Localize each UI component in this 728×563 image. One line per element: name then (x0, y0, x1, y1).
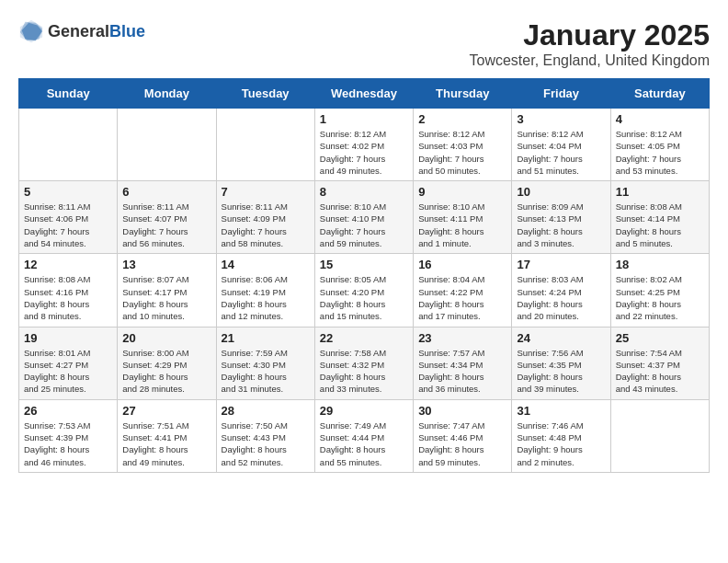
logo-icon (18, 18, 44, 44)
week-row-5: 26Sunrise: 7:53 AM Sunset: 4:39 PM Dayli… (19, 399, 710, 472)
day-info: Sunrise: 8:01 AM Sunset: 4:27 PM Dayligh… (24, 347, 112, 396)
date-number: 20 (122, 331, 210, 345)
day-info: Sunrise: 8:09 AM Sunset: 4:13 PM Dayligh… (517, 201, 605, 249)
calendar-cell: 16Sunrise: 8:04 AM Sunset: 4:22 PM Dayli… (414, 254, 512, 327)
day-info: Sunrise: 7:53 AM Sunset: 4:39 PM Dayligh… (24, 419, 112, 468)
day-info: Sunrise: 8:10 AM Sunset: 4:11 PM Dayligh… (418, 201, 506, 249)
day-info: Sunrise: 8:00 AM Sunset: 4:29 PM Dayligh… (122, 347, 210, 396)
date-number: 24 (517, 331, 605, 345)
calendar-cell: 27Sunrise: 7:51 AM Sunset: 4:41 PM Dayli… (118, 399, 216, 472)
calendar-cell: 23Sunrise: 7:57 AM Sunset: 4:34 PM Dayli… (414, 327, 512, 399)
date-number: 12 (24, 258, 112, 271)
calendar-cell: 12Sunrise: 8:08 AM Sunset: 4:16 PM Dayli… (19, 254, 118, 327)
day-info: Sunrise: 8:12 AM Sunset: 4:03 PM Dayligh… (418, 128, 506, 177)
week-row-2: 5Sunrise: 8:11 AM Sunset: 4:06 PM Daylig… (19, 181, 710, 254)
calendar-cell (216, 109, 314, 181)
day-info: Sunrise: 7:50 AM Sunset: 4:43 PM Dayligh… (222, 419, 310, 468)
logo: GeneralBlue (18, 18, 145, 44)
title-area: January 2025 Towcester, England, United … (470, 18, 710, 69)
date-number: 10 (517, 185, 605, 199)
day-info: Sunrise: 8:02 AM Sunset: 4:25 PM Dayligh… (616, 273, 704, 322)
calendar-cell: 10Sunrise: 8:09 AM Sunset: 4:13 PM Dayli… (512, 181, 610, 254)
date-number: 30 (418, 404, 506, 418)
calendar-cell: 26Sunrise: 7:53 AM Sunset: 4:39 PM Dayli… (19, 399, 118, 472)
calendar-cell: 8Sunrise: 8:10 AM Sunset: 4:10 PM Daylig… (314, 181, 413, 254)
day-info: Sunrise: 7:57 AM Sunset: 4:34 PM Dayligh… (418, 347, 506, 396)
calendar-cell: 18Sunrise: 8:02 AM Sunset: 4:25 PM Dayli… (610, 254, 709, 327)
day-info: Sunrise: 8:12 AM Sunset: 4:04 PM Dayligh… (517, 128, 605, 177)
date-number: 5 (24, 185, 112, 199)
date-number: 22 (320, 331, 408, 345)
calendar-table: SundayMondayTuesdayWednesdayThursdayFrid… (18, 78, 710, 473)
date-number: 7 (222, 185, 310, 199)
calendar-cell: 11Sunrise: 8:08 AM Sunset: 4:14 PM Dayli… (610, 181, 709, 254)
date-number: 29 (320, 404, 408, 418)
calendar-cell: 17Sunrise: 8:03 AM Sunset: 4:24 PM Dayli… (512, 254, 610, 327)
day-info: Sunrise: 8:03 AM Sunset: 4:24 PM Dayligh… (517, 273, 605, 322)
calendar-cell: 15Sunrise: 8:05 AM Sunset: 4:20 PM Dayli… (314, 254, 413, 327)
calendar-cell: 9Sunrise: 8:10 AM Sunset: 4:11 PM Daylig… (414, 181, 512, 254)
calendar-cell: 31Sunrise: 7:46 AM Sunset: 4:48 PM Dayli… (512, 399, 610, 472)
day-header-friday: Friday (512, 79, 610, 109)
date-number: 2 (418, 112, 506, 126)
logo-text: GeneralBlue (48, 22, 145, 41)
day-info: Sunrise: 8:08 AM Sunset: 4:16 PM Dayligh… (24, 273, 112, 322)
day-info: Sunrise: 8:12 AM Sunset: 4:05 PM Dayligh… (616, 128, 704, 177)
day-info: Sunrise: 8:11 AM Sunset: 4:09 PM Dayligh… (222, 201, 310, 249)
day-info: Sunrise: 8:07 AM Sunset: 4:17 PM Dayligh… (122, 273, 210, 322)
date-number: 3 (517, 112, 605, 126)
calendar-cell: 6Sunrise: 8:11 AM Sunset: 4:07 PM Daylig… (118, 181, 216, 254)
calendar-cell: 25Sunrise: 7:54 AM Sunset: 4:37 PM Dayli… (610, 327, 709, 399)
calendar-cell (610, 399, 709, 472)
day-header-sunday: Sunday (19, 79, 118, 109)
calendar-cell: 13Sunrise: 8:07 AM Sunset: 4:17 PM Dayli… (118, 254, 216, 327)
date-number: 19 (24, 331, 112, 345)
date-number: 13 (122, 258, 210, 271)
day-info: Sunrise: 7:54 AM Sunset: 4:37 PM Dayligh… (616, 347, 704, 396)
date-number: 16 (418, 258, 506, 271)
date-number: 8 (320, 185, 408, 199)
date-number: 26 (24, 404, 112, 418)
day-info: Sunrise: 8:08 AM Sunset: 4:14 PM Dayligh… (616, 201, 704, 249)
date-number: 31 (517, 404, 605, 418)
calendar-cell: 2Sunrise: 8:12 AM Sunset: 4:03 PM Daylig… (414, 109, 512, 181)
day-info: Sunrise: 8:05 AM Sunset: 4:20 PM Dayligh… (320, 273, 408, 322)
calendar-cell (19, 109, 118, 181)
calendar-cell: 21Sunrise: 7:59 AM Sunset: 4:30 PM Dayli… (216, 327, 314, 399)
day-info: Sunrise: 7:51 AM Sunset: 4:41 PM Dayligh… (122, 419, 210, 468)
day-info: Sunrise: 8:12 AM Sunset: 4:02 PM Dayligh… (320, 128, 408, 177)
day-info: Sunrise: 7:56 AM Sunset: 4:35 PM Dayligh… (517, 347, 605, 396)
calendar-cell: 22Sunrise: 7:58 AM Sunset: 4:32 PM Dayli… (314, 327, 413, 399)
day-header-saturday: Saturday (610, 79, 709, 109)
calendar-cell: 30Sunrise: 7:47 AM Sunset: 4:46 PM Dayli… (414, 399, 512, 472)
date-number: 18 (616, 258, 704, 271)
date-number: 23 (418, 331, 506, 345)
week-row-1: 1Sunrise: 8:12 AM Sunset: 4:02 PM Daylig… (19, 109, 710, 181)
calendar-cell: 7Sunrise: 8:11 AM Sunset: 4:09 PM Daylig… (216, 181, 314, 254)
date-number: 25 (616, 331, 704, 345)
calendar-cell (118, 109, 216, 181)
month-title: January 2025 (470, 18, 710, 52)
date-number: 28 (222, 404, 310, 418)
calendar-cell: 19Sunrise: 8:01 AM Sunset: 4:27 PM Dayli… (19, 327, 118, 399)
calendar-cell: 5Sunrise: 8:11 AM Sunset: 4:06 PM Daylig… (19, 181, 118, 254)
date-number: 21 (222, 331, 310, 345)
day-info: Sunrise: 7:46 AM Sunset: 4:48 PM Dayligh… (517, 419, 605, 468)
calendar-cell: 29Sunrise: 7:49 AM Sunset: 4:44 PM Dayli… (314, 399, 413, 472)
week-row-3: 12Sunrise: 8:08 AM Sunset: 4:16 PM Dayli… (19, 254, 710, 327)
date-number: 15 (320, 258, 408, 271)
day-info: Sunrise: 8:04 AM Sunset: 4:22 PM Dayligh… (418, 273, 506, 322)
day-info: Sunrise: 8:10 AM Sunset: 4:10 PM Dayligh… (320, 201, 408, 249)
date-number: 4 (616, 112, 704, 126)
day-info: Sunrise: 8:11 AM Sunset: 4:07 PM Dayligh… (122, 201, 210, 249)
day-info: Sunrise: 7:49 AM Sunset: 4:44 PM Dayligh… (320, 419, 408, 468)
day-header-monday: Monday (118, 79, 216, 109)
day-header-thursday: Thursday (414, 79, 512, 109)
date-number: 1 (320, 112, 408, 126)
day-info: Sunrise: 7:58 AM Sunset: 4:32 PM Dayligh… (320, 347, 408, 396)
calendar-cell: 14Sunrise: 8:06 AM Sunset: 4:19 PM Dayli… (216, 254, 314, 327)
day-header-wednesday: Wednesday (314, 79, 413, 109)
day-info: Sunrise: 8:06 AM Sunset: 4:19 PM Dayligh… (222, 273, 310, 322)
calendar-cell: 3Sunrise: 8:12 AM Sunset: 4:04 PM Daylig… (512, 109, 610, 181)
calendar-cell: 1Sunrise: 8:12 AM Sunset: 4:02 PM Daylig… (314, 109, 413, 181)
